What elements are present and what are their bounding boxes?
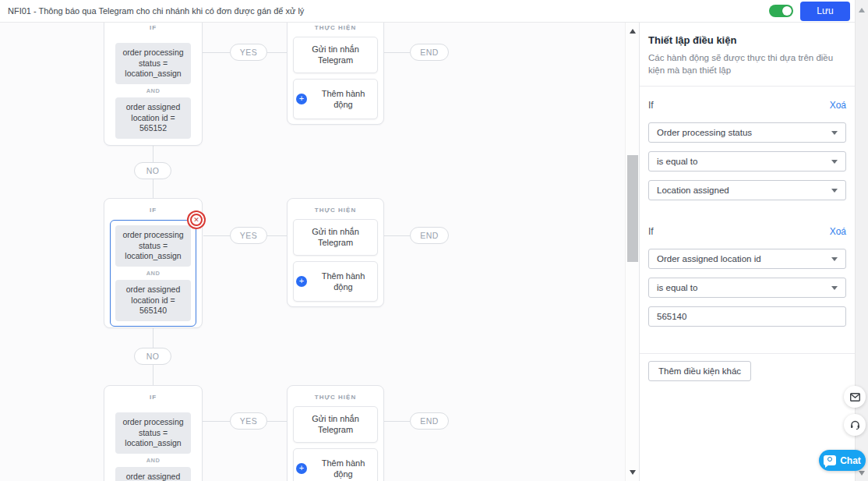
and-separator: AND	[115, 270, 191, 277]
if-label: If	[648, 226, 654, 237]
connector-line	[267, 421, 287, 422]
enable-toggle[interactable]	[769, 5, 793, 17]
chevron-down-icon	[831, 286, 838, 290]
chevron-down-icon	[831, 189, 838, 193]
field-dropdown[interactable]: Order assigned location id	[648, 249, 846, 269]
dropdown-value: Order assigned location id	[657, 254, 761, 263]
end-pill-2: END	[410, 227, 449, 244]
end-pill-1: END	[410, 44, 449, 61]
connector-line	[384, 235, 410, 236]
toggle-knob	[782, 6, 792, 16]
connector-line	[203, 235, 230, 236]
if-node-title: IF	[104, 23, 202, 31]
exec-node-3[interactable]: THỰC HIỆN Gửi tin nhắn Telegram + Thêm h…	[287, 385, 384, 481]
add-action-button[interactable]: + Thêm hành động	[293, 79, 378, 120]
action-card-telegram[interactable]: Gửi tin nhắn Telegram	[293, 219, 378, 256]
condition-group-2-selected[interactable]: ✕ order processing status = location_ass…	[110, 220, 196, 327]
value-dropdown[interactable]: Location assigned	[648, 180, 846, 200]
operator-dropdown[interactable]: is equal to	[648, 278, 846, 298]
scroll-down-icon[interactable]	[630, 470, 636, 475]
connector-line	[203, 52, 230, 53]
yes-pill-3: YES	[230, 412, 267, 430]
connector-line	[384, 421, 410, 422]
add-action-button[interactable]: + Thêm hành động	[293, 448, 378, 481]
envelope-icon	[850, 393, 860, 401]
and-separator: AND	[115, 457, 191, 464]
if-node-2[interactable]: IF ✕ order processing status = location_…	[104, 198, 203, 328]
condition-chip[interactable]: order assigned location id = 565152	[115, 97, 191, 139]
delete-condition-icon[interactable]: ✕	[190, 214, 203, 226]
exec-node-title: THỰC HIỆN	[288, 23, 383, 31]
connector-line	[153, 146, 153, 162]
page-scrollbar[interactable]	[855, 0, 868, 481]
plus-icon: +	[296, 276, 307, 287]
value-input[interactable]	[648, 306, 846, 327]
condition-chip[interactable]: order processing status = location_assig…	[115, 225, 191, 267]
condition-group-3[interactable]: order processing status = location_assig…	[110, 407, 196, 481]
chevron-down-icon	[831, 160, 838, 164]
person-icon	[827, 457, 832, 462]
action-card-telegram[interactable]: Gửi tin nhắn Telegram	[293, 37, 378, 73]
scroll-up-icon[interactable]	[630, 29, 636, 34]
delete-condition-link[interactable]: Xoá	[830, 226, 846, 237]
dropdown-value: Location assigned	[657, 186, 729, 195]
canvas-scrollbar[interactable]	[625, 23, 639, 481]
chevron-down-icon	[831, 257, 838, 261]
exec-node-title: THỰC HIỆN	[288, 199, 383, 214]
condition-chip[interactable]: order processing status = location_assig…	[115, 412, 191, 454]
dropdown-value: Order processing status	[657, 128, 752, 137]
if-node-1[interactable]: IF order processing status = location_as…	[104, 23, 203, 146]
yes-pill-1: YES	[230, 44, 267, 61]
chat-button[interactable]: Chat	[819, 450, 866, 471]
condition-section-2-header: If Xoá	[648, 226, 846, 237]
plus-icon: +	[296, 463, 307, 474]
scrollbar-thumb[interactable]	[627, 155, 638, 262]
connector-line	[267, 235, 287, 236]
if-node-title: IF	[104, 386, 202, 401]
save-button[interactable]: Lưu	[800, 2, 850, 21]
dropdown-value: is equal to	[657, 283, 697, 292]
panel-subtitle: Các hành động sẽ được thực thi dựa trên …	[648, 52, 845, 76]
scroll-up-icon[interactable]	[859, 8, 865, 12]
add-action-label: Thêm hành động	[312, 458, 375, 480]
support-button[interactable]	[844, 414, 866, 436]
chat-label: Chat	[840, 455, 861, 466]
chat-bubble-icon	[824, 455, 836, 465]
condition-settings-panel: Thiết lập điều kiện Các hành động sẽ đượ…	[639, 23, 855, 481]
delete-condition-link[interactable]: Xoá	[830, 100, 846, 111]
divider	[640, 353, 855, 354]
top-bar: NFI01 - Thông báo qua Telegram cho chi n…	[0, 0, 855, 23]
condition-group-1[interactable]: order processing status = location_assig…	[110, 37, 196, 144]
end-pill-3: END	[410, 412, 449, 430]
connector-line	[153, 328, 153, 348]
flowchart-canvas[interactable]: IF order processing status = location_as…	[0, 23, 625, 481]
operator-dropdown[interactable]: is equal to	[648, 151, 846, 172]
workflow-title: NFI01 - Thông báo qua Telegram cho chi n…	[8, 6, 304, 16]
add-action-label: Thêm hành động	[312, 88, 375, 111]
connector-line	[384, 52, 410, 53]
chevron-down-icon	[831, 131, 838, 135]
dropdown-value: is equal to	[657, 157, 697, 166]
if-node-3[interactable]: IF order processing status = location_as…	[104, 385, 203, 481]
scroll-down-icon[interactable]	[859, 471, 865, 476]
and-separator: AND	[115, 87, 191, 94]
add-action-button[interactable]: + Thêm hành động	[293, 261, 378, 302]
add-condition-button[interactable]: Thêm điều kiện khác	[648, 361, 751, 381]
field-dropdown[interactable]: Order processing status	[648, 122, 846, 143]
action-card-telegram[interactable]: Gửi tin nhắn Telegram	[293, 406, 378, 443]
connector-line	[153, 365, 153, 385]
divider	[640, 86, 855, 87]
exec-node-2[interactable]: THỰC HIỆN Gửi tin nhắn Telegram + Thêm h…	[287, 198, 384, 307]
condition-chip[interactable]: order assigned location id = 565140	[115, 280, 191, 321]
top-bar-actions: Lưu	[769, 2, 855, 21]
if-label: If	[648, 100, 654, 111]
mail-button[interactable]	[844, 386, 866, 408]
condition-chip[interactable]: order assigned location id =	[115, 467, 191, 481]
yes-pill-2: YES	[230, 227, 267, 244]
connector-line	[153, 179, 153, 198]
plus-icon: +	[296, 94, 307, 104]
no-pill-1: NO	[134, 162, 171, 179]
exec-node-1[interactable]: THỰC HIỆN Gửi tin nhắn Telegram + Thêm h…	[287, 23, 384, 125]
condition-chip[interactable]: order processing status = location_assig…	[115, 43, 191, 84]
if-node-title: IF	[104, 199, 202, 214]
